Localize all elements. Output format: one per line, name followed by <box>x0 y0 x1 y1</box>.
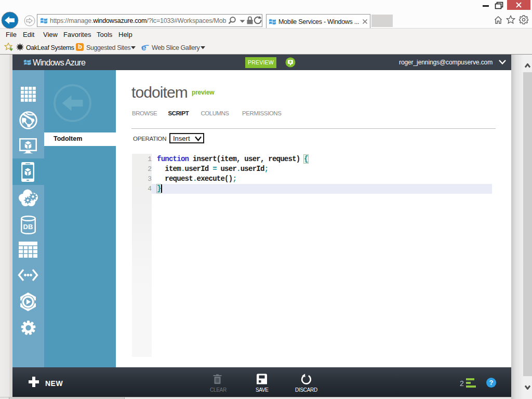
svg-text:DB: DB <box>23 223 33 231</box>
